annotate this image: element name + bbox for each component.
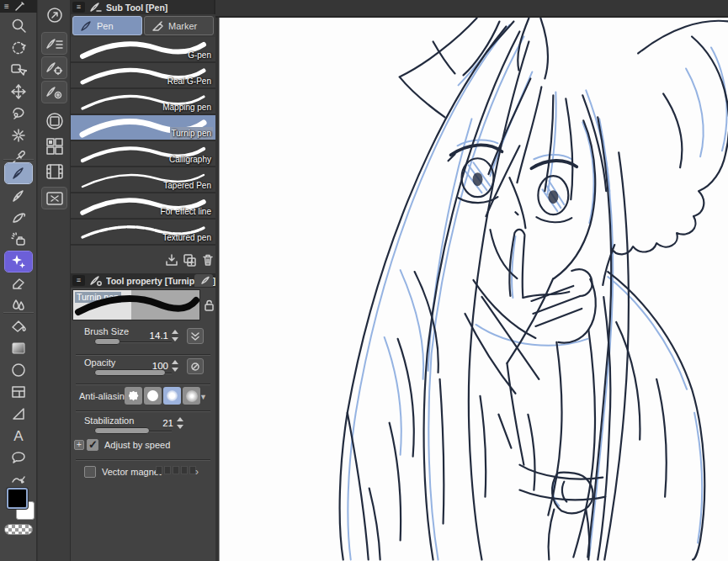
tool-decoration[interactable] — [5, 251, 32, 272]
unlock-icon[interactable] — [204, 299, 215, 311]
tool-pencil[interactable] — [5, 186, 32, 206]
subtool-menu-icon[interactable]: ≡ — [72, 2, 85, 13]
subtool-panel: ≡ Sub Tool [Pen] Pen Marker G-pen — [71, 0, 214, 14]
stabilization-slider[interactable] — [94, 427, 172, 434]
brush-item-mapping-pen[interactable]: Mapping pen — [71, 89, 215, 115]
brush-label: Tapered Pen — [163, 181, 211, 190]
trash-icon[interactable] — [201, 253, 215, 267]
transparent-color-swatch[interactable] — [4, 524, 33, 535]
timeline-panel-button[interactable] — [41, 160, 67, 183]
brush-preview[interactable]: Turnip pen — [72, 289, 200, 320]
canvas-top-strip — [215, 0, 728, 18]
duplicate-add-icon[interactable] — [183, 253, 196, 267]
tool-property-side-tab[interactable] — [194, 274, 213, 287]
circle-arrow-icon — [45, 6, 64, 24]
tool-brush[interactable] — [5, 208, 32, 228]
tab-pen[interactable]: Pen — [72, 16, 142, 35]
aa-middle-button[interactable] — [163, 387, 181, 405]
import-icon[interactable] — [165, 253, 178, 267]
subtool-header-pen-icon — [89, 2, 103, 13]
subtool-panel-button[interactable] — [41, 32, 67, 55]
brush-item-g-pen[interactable]: G-pen — [71, 37, 215, 63]
correct-line-icon — [10, 471, 27, 488]
opacity-value[interactable]: 100 — [140, 361, 168, 371]
tab-pen-label: Pen — [97, 21, 114, 31]
brush-size-source-button[interactable] — [187, 328, 204, 344]
stabilization-spinner[interactable] — [176, 416, 185, 430]
navigator-panel-button[interactable] — [41, 109, 67, 132]
brush-label: Real G-Pen — [167, 77, 211, 86]
svg-text:A: A — [13, 428, 24, 444]
pen-header-icon — [13, 1, 27, 12]
stabilization-value[interactable]: 21 — [145, 418, 173, 428]
tool-move[interactable] — [5, 82, 32, 102]
foreground-color-swatch[interactable] — [7, 488, 28, 509]
tool-correct-line[interactable] — [5, 469, 32, 490]
canvas[interactable] — [219, 18, 728, 561]
tool-fill[interactable] — [5, 316, 32, 336]
tool-property-menu-icon[interactable]: ≡ — [72, 275, 85, 286]
tool-auto-select[interactable] — [5, 125, 32, 146]
tool-rotate-canvas[interactable] — [5, 38, 32, 58]
tool-text[interactable]: A — [5, 426, 32, 446]
brush-item-tapered-pen[interactable]: Tapered Pen — [71, 167, 215, 193]
material-panel-button[interactable] — [41, 187, 67, 209]
brush-size-label: Brush Size — [84, 326, 129, 336]
divider — [76, 354, 210, 355]
tool-airbrush[interactable] — [5, 230, 32, 250]
adjust-by-speed-checkbox[interactable] — [87, 439, 98, 451]
tool-property-panel-button[interactable] — [41, 56, 67, 79]
move-icon — [10, 83, 27, 100]
brush-item-textured-pen[interactable]: Textured pen — [71, 220, 215, 246]
aa-dropdown-chevron[interactable]: ▼ — [199, 393, 207, 401]
tool-pen[interactable] — [5, 163, 32, 183]
circle-slash-icon — [190, 362, 200, 372]
opacity-label: Opacity — [84, 357, 115, 368]
brush-label-selected: Turnip pen — [172, 129, 211, 138]
brush-label: Calligraphy — [169, 155, 211, 164]
lasso-icon — [10, 105, 27, 122]
vector-magnet-chevron[interactable]: › — [195, 466, 199, 478]
adjust-by-speed-expand[interactable]: + — [74, 440, 84, 450]
tool-operation[interactable] — [5, 60, 32, 80]
quick-access-button[interactable] — [41, 3, 67, 26]
adjust-by-speed-label: Adjust by speed — [104, 440, 170, 450]
tab-marker[interactable]: Marker — [144, 16, 214, 35]
tool-gradient[interactable] — [5, 338, 32, 358]
tool-property-header: ≡ Tool property [Turnip pen] — [71, 273, 215, 288]
aa-strong-button[interactable] — [183, 387, 200, 405]
toolbar-header[interactable]: ≡ — [0, 0, 37, 13]
tool-figure[interactable] — [5, 360, 32, 380]
aa-none-button[interactable] — [125, 387, 142, 405]
layer-panel-button[interactable] — [41, 135, 67, 157]
brush-size-spinner[interactable] — [171, 329, 180, 342]
airbrush-icon — [10, 231, 27, 248]
divider — [76, 459, 210, 460]
brush-item-turnip-pen[interactable]: Turnip pen — [71, 115, 215, 141]
tool-eraser[interactable] — [5, 273, 32, 294]
material-folder-icon — [45, 189, 65, 208]
tool-ruler[interactable] — [5, 404, 32, 424]
brush-size-value[interactable]: 14.1 — [140, 331, 168, 341]
brush-detail-panel-button[interactable] — [41, 81, 67, 103]
gradient-icon — [10, 340, 27, 357]
canvas-artwork — [220, 18, 728, 561]
tool-balloon[interactable] — [5, 447, 32, 468]
opacity-source-button[interactable] — [187, 358, 204, 374]
zoom-icon — [10, 18, 27, 34]
vector-magnet-checkbox[interactable] — [84, 466, 96, 478]
toolbar-menu-icon[interactable]: ≡ — [0, 2, 13, 11]
tool-lasso-select[interactable] — [5, 103, 32, 124]
ellipse-icon — [10, 362, 27, 378]
subtool-tabs: Pen Marker — [71, 14, 215, 37]
aa-weak-button[interactable] — [144, 387, 162, 405]
opacity-spinner[interactable] — [171, 359, 180, 373]
brush-item-real-g-pen[interactable]: Real G-Pen — [71, 63, 215, 89]
vector-magnet-strength[interactable] — [156, 466, 196, 474]
brush-item-for-effect-line[interactable]: For effect line — [71, 193, 215, 220]
clip-studio-window: ≡ A — [0, 0, 728, 561]
tool-zoom[interactable] — [5, 16, 32, 36]
tool-frame-border[interactable] — [5, 382, 32, 402]
brush-label: G-pen — [188, 50, 211, 60]
brush-item-calligraphy[interactable]: Calligraphy — [71, 141, 215, 167]
